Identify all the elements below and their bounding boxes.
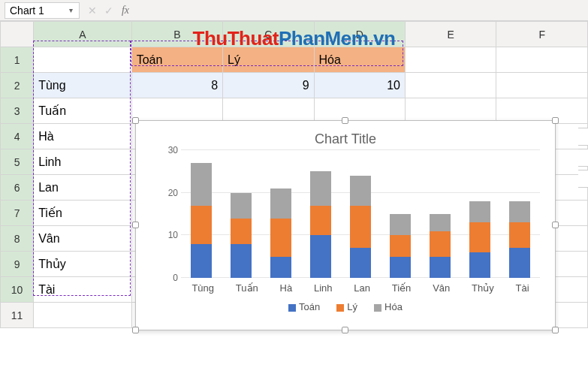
cell-e2[interactable] — [406, 73, 496, 98]
formula-input[interactable] — [134, 2, 588, 19]
col-header-d[interactable]: D — [314, 22, 405, 47]
name-box[interactable]: Chart 1 ▾ — [5, 2, 80, 19]
cell-a4[interactable]: Hà — [34, 124, 132, 149]
row-header-9[interactable]: 9 — [1, 252, 34, 277]
resize-handle-se[interactable] — [552, 327, 559, 333]
bar-segment[interactable] — [231, 244, 252, 278]
bar-segment[interactable] — [390, 214, 411, 235]
bar-Tuấn[interactable] — [231, 193, 252, 278]
bar-segment[interactable] — [191, 244, 212, 278]
bar-segment[interactable] — [350, 176, 371, 206]
bar-segment[interactable] — [469, 201, 490, 222]
bar-segment[interactable] — [390, 257, 411, 278]
bar-segment[interactable] — [430, 214, 451, 231]
bar-segment[interactable] — [310, 171, 331, 205]
chart-plot-area[interactable]: 0102030 — [181, 150, 540, 278]
cell-f2[interactable] — [496, 73, 588, 98]
cell-a9[interactable]: Thủy — [34, 252, 132, 277]
bar-Hà[interactable] — [270, 188, 291, 278]
bar-segment[interactable] — [231, 193, 252, 219]
cell-c2[interactable]: 9 — [223, 73, 314, 98]
chart-elements-button[interactable] — [578, 128, 588, 146]
chart-title[interactable]: Chart Title — [136, 121, 555, 150]
bar-segment[interactable] — [191, 206, 212, 244]
resize-handle-s[interactable] — [342, 327, 348, 333]
chart-legend[interactable]: ToánLýHóa — [136, 294, 555, 320]
cell-d1[interactable]: Hóa — [314, 47, 405, 73]
row-header-5[interactable]: 5 — [1, 149, 34, 175]
cell-d2[interactable]: 10 — [314, 73, 405, 98]
cell-a1[interactable] — [34, 47, 132, 73]
col-header-f[interactable]: F — [496, 22, 588, 47]
chart-y-axis: 0102030 — [151, 150, 178, 278]
bar-segment[interactable] — [350, 248, 371, 278]
row-header-1[interactable]: 1 — [1, 47, 34, 73]
resize-handle-nw[interactable] — [132, 117, 139, 124]
bar-segment[interactable] — [270, 219, 291, 257]
chevron-down-icon[interactable]: ▾ — [67, 6, 74, 14]
bar-segment[interactable] — [310, 235, 331, 278]
x-label: Tuấn — [236, 282, 258, 294]
legend-item[interactable]: Hóa — [374, 301, 403, 312]
cell-b2[interactable]: 8 — [131, 73, 222, 98]
bar-segment[interactable] — [390, 235, 411, 256]
select-all-corner[interactable] — [1, 22, 34, 47]
bar-Tài[interactable] — [509, 201, 530, 278]
cell-b1[interactable]: Toán — [131, 47, 222, 73]
row-header-3[interactable]: 3 — [1, 98, 34, 124]
chart-filters-button[interactable] — [578, 170, 588, 188]
resize-handle-n[interactable] — [342, 117, 348, 124]
bar-segment[interactable] — [430, 257, 451, 278]
row-header-6[interactable]: 6 — [1, 175, 34, 201]
row-header-7[interactable]: 7 — [1, 201, 34, 226]
row-header-2[interactable]: 2 — [1, 73, 34, 98]
bar-segment[interactable] — [270, 257, 291, 278]
bar-Linh[interactable] — [310, 171, 331, 278]
cell-e1[interactable] — [406, 47, 496, 73]
bar-segment[interactable] — [430, 231, 451, 257]
bar-Tùng[interactable] — [191, 163, 212, 278]
bar-segment[interactable] — [469, 252, 490, 278]
resize-handle-sw[interactable] — [132, 327, 139, 333]
cell-a10[interactable]: Tài — [34, 277, 132, 303]
cell-a7[interactable]: Tiến — [34, 201, 132, 226]
bar-Thủy[interactable] — [469, 201, 490, 278]
name-box-value: Chart 1 — [10, 5, 44, 17]
bar-segment[interactable] — [509, 201, 530, 222]
bar-Lan[interactable] — [350, 176, 371, 278]
cell-a5[interactable]: Linh — [34, 149, 132, 175]
embedded-chart[interactable]: Chart Title 0102030 TùngTuấnHàLinhLanTiế… — [135, 120, 556, 330]
cell-c1[interactable]: Lý — [223, 47, 314, 73]
chart-styles-button[interactable] — [578, 149, 588, 167]
bar-Tiến[interactable] — [390, 214, 411, 278]
fx-icon[interactable]: fx — [117, 5, 134, 17]
bar-segment[interactable] — [350, 206, 371, 249]
legend-item[interactable]: Toán — [288, 301, 320, 312]
col-header-a[interactable]: A — [34, 22, 132, 47]
cell-a8[interactable]: Vân — [34, 226, 132, 252]
bar-segment[interactable] — [509, 248, 530, 278]
bar-segment[interactable] — [469, 222, 490, 252]
col-header-b[interactable]: B — [131, 22, 222, 47]
resize-handle-w[interactable] — [132, 222, 139, 228]
resize-handle-e[interactable] — [552, 222, 559, 228]
cell-a2[interactable]: Tùng — [34, 73, 132, 98]
bar-segment[interactable] — [191, 163, 212, 206]
row-header-11[interactable]: 11 — [1, 303, 34, 328]
bar-segment[interactable] — [270, 188, 291, 219]
cell-a6[interactable]: Lan — [34, 175, 132, 201]
resize-handle-ne[interactable] — [552, 117, 559, 124]
bar-segment[interactable] — [509, 222, 530, 248]
col-header-c[interactable]: C — [223, 22, 314, 47]
cell-f1[interactable] — [496, 47, 588, 73]
row-header-10[interactable]: 10 — [1, 277, 34, 303]
cell-a3[interactable]: Tuấn — [34, 98, 132, 124]
bar-segment[interactable] — [231, 219, 252, 244]
row-header-8[interactable]: 8 — [1, 226, 34, 252]
legend-label: Lý — [347, 301, 357, 312]
bar-Vân[interactable] — [430, 214, 451, 278]
col-header-e[interactable]: E — [406, 22, 496, 47]
legend-item[interactable]: Lý — [336, 301, 357, 312]
bar-segment[interactable] — [310, 206, 331, 236]
row-header-4[interactable]: 4 — [1, 124, 34, 149]
